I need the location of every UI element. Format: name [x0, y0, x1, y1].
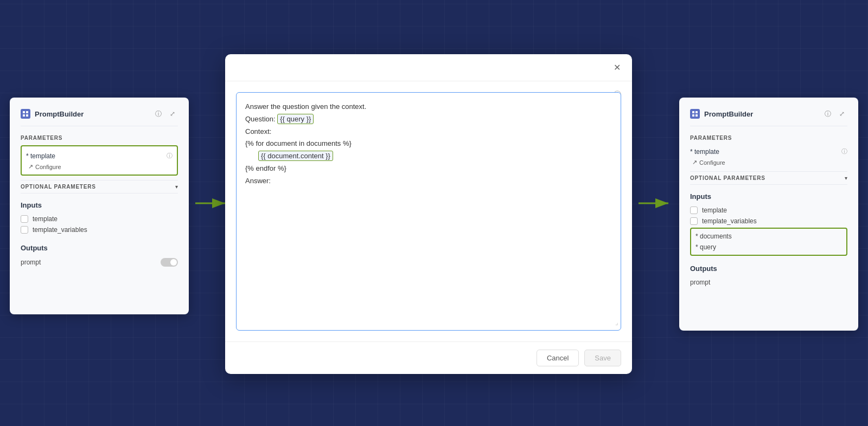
right-template-checkbox[interactable] — [690, 206, 698, 214]
left-expand-icon[interactable]: ⤢ — [167, 108, 178, 119]
template-editor-area[interactable]: Answer the question given the context. Q… — [236, 92, 621, 331]
right-arrow-svg — [636, 192, 674, 214]
editor-line-4: {% for document in documents %} — [245, 138, 612, 150]
left-template-param-row: * template ⓘ — [26, 150, 173, 162]
editor-line-2: Question: {{ query }} — [245, 114, 612, 125]
left-params-label: PARAMETERS — [21, 135, 178, 141]
right-input-template-variables: template_variables — [690, 216, 847, 227]
cancel-button[interactable]: Cancel — [537, 350, 579, 366]
editor-line-3: Context: — [245, 126, 612, 138]
left-card-title: PromptBuilder — [35, 110, 84, 118]
left-optional-params-row[interactable]: OPTIONAL PARAMETERS ▾ — [21, 180, 178, 193]
right-template-variables-checkbox[interactable] — [690, 217, 698, 225]
right-input-template-variables-label: template_variables — [702, 217, 757, 225]
editor-question-prefix: Question: — [245, 115, 277, 123]
save-button[interactable]: Save — [584, 350, 621, 366]
left-output-prompt-label: prompt — [21, 259, 41, 266]
right-prompt-builder-card: PromptBuilder ⓘ ⤢ PARAMETERS * template … — [679, 98, 858, 331]
right-configure-btn[interactable]: ↗ Configure — [690, 158, 847, 167]
svg-rect-3 — [26, 114, 28, 117]
right-input-query-label: * query — [695, 243, 716, 251]
left-template-param-name: * template — [26, 152, 55, 160]
right-template-info-icon: ⓘ — [841, 147, 847, 156]
editor-query-highlight: {{ query }} — [277, 114, 314, 124]
right-input-template: template — [690, 205, 847, 216]
left-input-template-label: template — [33, 215, 58, 223]
right-input-documents-label: * documents — [695, 233, 732, 240]
prompt-builder-icon-right — [690, 109, 700, 119]
left-info-icon[interactable]: ⓘ — [153, 108, 164, 119]
right-expand-icon[interactable]: ⤢ — [837, 108, 847, 119]
right-optional-label: OPTIONAL PARAMETERS — [690, 175, 765, 181]
editor-resize-handle[interactable]: ⌟ — [615, 318, 618, 328]
right-output-prompt: prompt — [690, 277, 847, 288]
svg-rect-2 — [23, 114, 25, 117]
right-template-param-row: * template ⓘ — [690, 145, 847, 158]
right-arrow-container — [636, 192, 674, 214]
left-prompt-builder-card: PromptBuilder ⓘ ⤢ PARAMETERS * template … — [10, 98, 189, 314]
left-card-header-icons: ⓘ ⤢ — [153, 108, 178, 119]
editor-line-1-text: Answer the question given the context. — [245, 102, 366, 111]
editor-line-5: {{ document.content }} — [245, 151, 612, 162]
left-template-checkbox[interactable] — [21, 215, 28, 223]
left-inputs-section: Inputs template template_variables — [21, 201, 178, 235]
right-highlighted-inputs-box: * documents * query — [690, 228, 847, 256]
right-optional-params-row[interactable]: OPTIONAL PARAMETERS ▾ — [690, 171, 847, 185]
left-card-title-area: PromptBuilder — [21, 109, 84, 119]
right-card-title: PromptBuilder — [704, 110, 753, 118]
editor-line-7: Answer: — [245, 176, 612, 187]
right-output-prompt-label: prompt — [690, 279, 710, 286]
left-input-template-variables-label: template_variables — [33, 226, 87, 234]
left-output-toggle[interactable] — [161, 258, 178, 267]
right-outputs-section: Outputs prompt — [690, 264, 847, 288]
left-template-variables-checkbox[interactable] — [21, 226, 28, 234]
svg-rect-11 — [695, 114, 698, 117]
left-configure-btn[interactable]: ↗ Configure — [26, 162, 173, 171]
modal-close-btn[interactable]: ✕ — [610, 61, 623, 74]
editor-document-content-highlight: {{ document.content }} — [258, 151, 333, 161]
right-info-icon[interactable]: ⓘ — [822, 108, 833, 119]
left-input-template-variables: template_variables — [21, 224, 178, 235]
right-template-param-name: * template — [690, 148, 719, 156]
modal-body: ⓘ Answer the question given the context.… — [225, 81, 632, 341]
editor-context-text: Context: — [245, 127, 271, 135]
right-card-header-icons: ⓘ ⤢ — [822, 108, 847, 119]
left-configure-icon: ↗ — [28, 163, 33, 170]
modal-header: ✕ — [225, 54, 632, 81]
left-input-template: template — [21, 214, 178, 224]
svg-rect-0 — [23, 111, 25, 113]
right-params-label: PARAMETERS — [690, 135, 847, 141]
left-inputs-title: Inputs — [21, 201, 178, 209]
left-template-param-box: * template ⓘ ↗ Configure — [21, 145, 178, 176]
right-input-query: * query — [695, 242, 842, 253]
right-inputs-title: Inputs — [690, 192, 847, 201]
right-input-documents: * documents — [695, 231, 842, 242]
editor-answer-text: Answer: — [245, 177, 271, 185]
right-input-template-label: template — [702, 206, 727, 214]
left-optional-label: OPTIONAL PARAMETERS — [21, 184, 96, 190]
right-card-header: PromptBuilder ⓘ ⤢ — [690, 108, 847, 126]
svg-rect-8 — [692, 111, 694, 113]
right-chevron-icon: ▾ — [845, 175, 847, 181]
right-inputs-section: Inputs template template_variables * doc… — [690, 192, 847, 256]
left-outputs-section: Outputs prompt — [21, 244, 178, 268]
template-editor-modal: ✕ ⓘ Answer the question given the contex… — [225, 54, 632, 374]
svg-rect-10 — [692, 114, 694, 117]
editor-line-6: {% endfor %} — [245, 163, 612, 175]
editor-line-1: Answer the question given the context. — [245, 101, 612, 113]
left-configure-label: Configure — [35, 164, 61, 170]
left-output-prompt: prompt — [21, 256, 178, 268]
right-card-title-area: PromptBuilder — [690, 109, 753, 119]
svg-rect-9 — [695, 111, 698, 113]
svg-rect-1 — [26, 111, 28, 113]
left-template-info-icon: ⓘ — [167, 152, 173, 160]
prompt-builder-icon-left — [21, 109, 30, 119]
left-card-header: PromptBuilder ⓘ ⤢ — [21, 108, 178, 126]
right-configure-label: Configure — [699, 159, 725, 166]
editor-endfor-text: {% endfor %} — [245, 164, 286, 172]
left-chevron-icon: ▾ — [175, 184, 178, 190]
right-configure-icon: ↗ — [692, 159, 697, 166]
editor-for-loop-text: {% for document in documents %} — [245, 139, 352, 147]
right-outputs-title: Outputs — [690, 264, 847, 273]
modal-footer: Cancel Save — [225, 341, 632, 374]
